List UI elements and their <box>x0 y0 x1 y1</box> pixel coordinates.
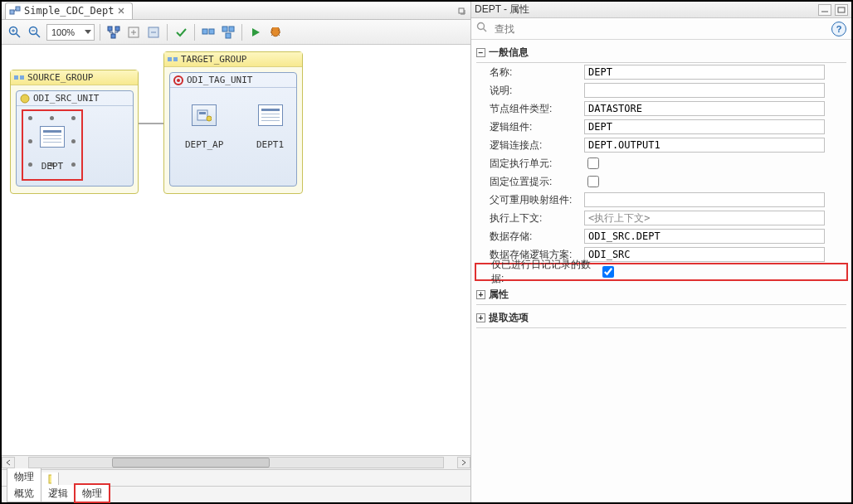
svg-rect-22 <box>197 110 207 120</box>
fixedeu-checkbox[interactable] <box>587 158 599 169</box>
target-group-title: TARGET_GROUP <box>181 54 246 65</box>
diagram-canvas[interactable]: SOURCE_GROUP ODI_SRC_UNIT <box>2 45 470 455</box>
section-attrs[interactable]: + 属性 <box>476 285 846 305</box>
table-icon <box>40 126 65 148</box>
prop-logic: 逻辑组件: <box>476 118 846 136</box>
zoom-value: 100% <box>51 27 75 37</box>
debug-button[interactable] <box>267 24 284 41</box>
tgt-unit-box[interactable]: ODI_TAG_UNIT DEPT_AP DEPT1 <box>169 72 297 187</box>
prop-fixedeu: 固定执行单元: <box>476 154 846 172</box>
desc-input[interactable] <box>584 83 825 98</box>
zoom-combo[interactable]: 100% <box>46 24 95 41</box>
tab-warning-icon[interactable]: ! <box>41 472 59 486</box>
scroll-left-icon[interactable] <box>2 457 15 468</box>
tgt-unit-title: ODI_TAG_UNIT <box>187 75 252 85</box>
section-general[interactable]: − 一般信息 <box>476 43 846 63</box>
svg-rect-18 <box>168 57 172 61</box>
prop-context: 执行上下文: <box>476 209 846 227</box>
tab-physical-1[interactable]: 物理 <box>7 468 41 486</box>
section-general-title: 一般信息 <box>489 46 529 60</box>
collapse-all-button[interactable] <box>145 24 162 41</box>
svg-rect-7 <box>111 34 115 38</box>
svg-rect-19 <box>173 57 178 61</box>
source-group-header: SOURCE_GROUP <box>11 70 138 85</box>
node-dept-ap[interactable]: DEPT_AP <box>185 104 223 150</box>
section-attrs-title: 属性 <box>489 288 509 302</box>
run-button[interactable] <box>247 24 264 41</box>
section-extract[interactable]: + 提取选项 <box>476 308 846 328</box>
chevron-down-icon <box>85 30 91 34</box>
node-dept1[interactable]: DEPT1 <box>256 104 284 150</box>
group-tool-2[interactable] <box>220 24 236 41</box>
group-tool-1[interactable] <box>200 24 217 41</box>
collapse-icon: − <box>476 48 485 57</box>
mapping-icon <box>9 5 21 17</box>
store-input[interactable] <box>584 229 825 244</box>
svg-rect-2 <box>459 8 464 13</box>
tgt-unit-header: ODI_TAG_UNIT <box>170 73 296 88</box>
pane-splitter[interactable] <box>470 2 474 502</box>
props-search-input[interactable] <box>493 21 826 37</box>
file-tab-simple-cdc-dept[interactable]: Simple_CDC_Dept <box>5 2 133 19</box>
node-dept[interactable]: DEPT <box>40 126 65 172</box>
svg-rect-27 <box>838 7 845 12</box>
svg-rect-5 <box>108 27 112 31</box>
expand-icon: + <box>476 290 485 299</box>
tab-overview[interactable]: 概览 <box>7 485 41 502</box>
src-unit-box[interactable]: ODI_SRC_UNIT <box>16 90 134 187</box>
scroll-thumb[interactable] <box>112 458 270 468</box>
context-input[interactable] <box>584 211 825 225</box>
validate-button[interactable] <box>173 24 189 41</box>
svg-rect-0 <box>10 10 14 14</box>
nodetype-input[interactable] <box>584 101 825 116</box>
fixedpos-checkbox[interactable] <box>587 176 599 187</box>
prop-journal: 仅已进行日记记录的数据: <box>475 263 848 281</box>
props-body: − 一般信息 名称: 说明: 节点组件类型: 逻辑组件: 逻辑连接点: <box>471 40 851 502</box>
connpt-input[interactable] <box>584 138 825 153</box>
zoom-out-icon[interactable] <box>27 24 43 41</box>
tabstrip-menu-button[interactable] <box>454 2 470 19</box>
node-dept-ap-label: DEPT_AP <box>185 139 223 150</box>
bottom-nav-tabs: 概览 逻辑 物理 <box>2 486 470 502</box>
component-icon <box>192 104 217 126</box>
svg-rect-1 <box>16 7 20 11</box>
zoom-in-icon[interactable] <box>7 24 23 41</box>
source-group-box[interactable]: SOURCE_GROUP ODI_SRC_UNIT <box>10 70 139 194</box>
node-dept-label: DEPT <box>41 161 64 172</box>
name-input[interactable] <box>584 65 825 80</box>
parent-input[interactable] <box>584 192 825 207</box>
props-title-bar: DEPT - 属性 <box>471 2 851 18</box>
editor-pane: Simple_CDC_Dept 100% <box>2 2 471 502</box>
scroll-right-icon[interactable] <box>457 457 470 468</box>
tab-logical[interactable]: 逻辑 <box>41 485 76 502</box>
svg-rect-15 <box>14 75 18 80</box>
prop-connpt: 逻辑连接点: <box>476 136 846 154</box>
properties-pane: DEPT - 属性 ? − 一般信息 名称: 说明: <box>471 2 851 502</box>
help-icon[interactable]: ? <box>831 22 846 36</box>
prop-desc: 说明: <box>476 81 846 99</box>
logic-input[interactable] <box>584 119 825 134</box>
canvas-h-scrollbar[interactable] <box>2 455 470 469</box>
target-group-box[interactable]: TARGET_GROUP ODI_TAG_UNIT DEPT_AP <box>163 51 303 194</box>
expand-all-button[interactable] <box>125 24 142 41</box>
prop-store: 数据存储: <box>476 227 846 245</box>
source-group-title: SOURCE_GROUP <box>27 72 93 83</box>
maximize-icon[interactable] <box>835 4 848 16</box>
svg-rect-23 <box>199 112 206 114</box>
svg-rect-10 <box>202 29 207 34</box>
svg-rect-13 <box>229 27 234 32</box>
src-unit-title: ODI_SRC_UNIT <box>33 93 99 104</box>
table-icon <box>258 104 283 126</box>
close-icon[interactable] <box>117 7 125 15</box>
svg-rect-12 <box>222 27 227 32</box>
target-group-header: TARGET_GROUP <box>164 52 302 67</box>
journal-checkbox[interactable] <box>602 266 614 278</box>
svg-rect-14 <box>226 33 231 38</box>
src-unit-header: ODI_SRC_UNIT <box>17 91 133 106</box>
auto-layout-button[interactable] <box>105 24 122 41</box>
tab-physical-2[interactable]: 物理 <box>75 485 110 502</box>
prop-parent: 父可重用映射组件: <box>476 191 846 209</box>
svg-point-21 <box>177 79 180 82</box>
schema-input[interactable] <box>584 247 825 262</box>
minimize-icon[interactable] <box>818 4 831 16</box>
